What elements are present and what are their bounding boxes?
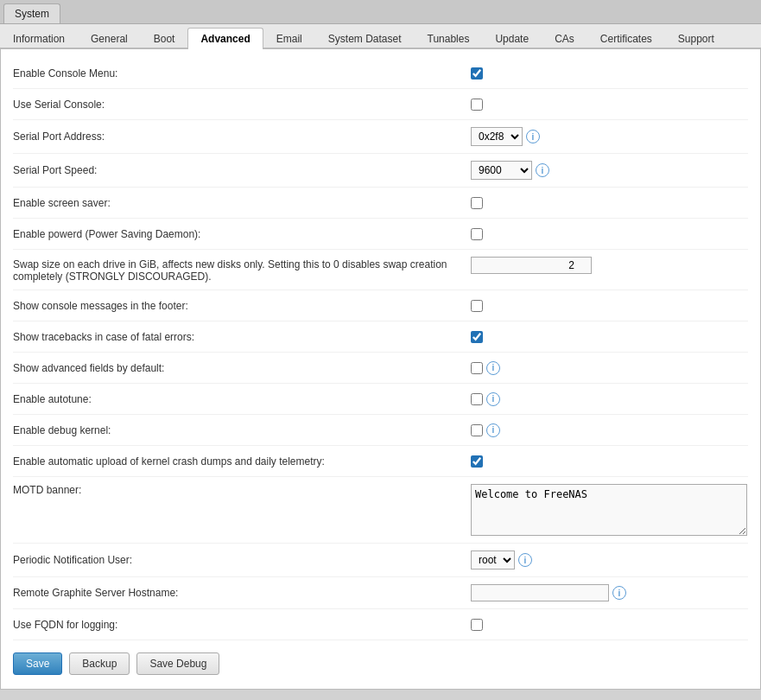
serial-port-address-info-icon[interactable]: i	[526, 130, 540, 143]
form-row-use-fqdn-logging: Use FQDN for logging:	[13, 609, 748, 640]
form-row-show-console-messages: Show console messages in the footer:	[13, 290, 748, 321]
nav-tab-tunables[interactable]: Tunables	[415, 28, 483, 49]
form-row-periodic-notification-user: Periodic Notification User:rooti	[13, 544, 748, 577]
label-show-advanced-fields: Show advanced fields by default:	[13, 362, 471, 374]
label-serial-port-address: Serial Port Address:	[13, 130, 471, 143]
nav-tab-advanced[interactable]: Advanced	[187, 28, 263, 49]
form-row-serial-port-address: Serial Port Address:0x2f80x3f8i	[13, 120, 748, 154]
label-show-console-messages: Show console messages in the footer:	[13, 300, 471, 312]
label-enable-auto-upload: Enable automatic upload of kernel crash …	[13, 455, 471, 468]
motd-banner-textarea[interactable]	[471, 484, 747, 536]
form-row-show-tracebacks: Show tracebacks in case of fatal errors:	[13, 321, 748, 353]
system-window-tab[interactable]: System	[3, 3, 60, 23]
label-use-serial-console: Use Serial Console:	[13, 99, 471, 111]
label-swap-size: Swap size on each drive in GiB, affects …	[13, 257, 471, 283]
form-row-enable-autotune: Enable autotune:i	[13, 384, 748, 415]
serial-port-speed-select[interactable]: 9600192003840057600115200	[471, 161, 532, 180]
label-show-tracebacks: Show tracebacks in case of fatal errors:	[13, 331, 471, 343]
nav-tab-certificates[interactable]: Certificates	[587, 28, 665, 49]
nav-tab-system-dataset[interactable]: System Dataset	[315, 28, 415, 49]
window-tab-bar: System	[0, 0, 761, 24]
use-fqdn-logging-checkbox[interactable]	[471, 619, 483, 631]
remote-graphite-server-input[interactable]	[471, 584, 609, 601]
label-remote-graphite-server: Remote Graphite Server Hostname:	[13, 587, 471, 599]
form-row-motd-banner: MOTD banner:	[13, 477, 748, 544]
show-advanced-fields-info-icon[interactable]: i	[486, 361, 500, 375]
periodic-notification-user-select[interactable]: root	[471, 550, 515, 570]
nav-tab-update[interactable]: Update	[482, 28, 542, 49]
form-row-enable-debug-kernel: Enable debug kernel:i	[13, 415, 748, 446]
enable-powerd-checkbox[interactable]	[471, 228, 483, 240]
save-debug-button[interactable]: Save Debug	[136, 652, 219, 675]
enable-debug-kernel-info-icon[interactable]: i	[486, 423, 500, 437]
label-enable-powerd: Enable powerd (Power Saving Daemon):	[13, 228, 471, 240]
footer-buttons: Save Backup Save Debug	[13, 640, 748, 680]
form-row-swap-size: Swap size on each drive in GiB, affects …	[13, 250, 748, 290]
form-row-enable-auto-upload: Enable automatic upload of kernel crash …	[13, 446, 748, 477]
form-row-remote-graphite-server: Remote Graphite Server Hostname:i	[13, 577, 748, 609]
form-row-enable-powerd: Enable powerd (Power Saving Daemon):	[13, 219, 748, 250]
label-enable-screen-saver: Enable screen saver:	[13, 197, 471, 209]
use-serial-console-checkbox[interactable]	[471, 99, 483, 111]
nav-tab-information[interactable]: Information	[0, 28, 78, 49]
label-serial-port-speed: Serial Port Speed:	[13, 164, 471, 176]
show-advanced-fields-checkbox[interactable]	[471, 362, 483, 374]
serial-port-speed-info-icon[interactable]: i	[536, 163, 549, 177]
nav-tab-general[interactable]: General	[78, 28, 141, 49]
serial-port-address-select[interactable]: 0x2f80x3f8	[471, 127, 523, 146]
enable-console-menu-checkbox[interactable]	[471, 67, 483, 80]
enable-autotune-info-icon[interactable]: i	[486, 392, 500, 406]
form-row-serial-port-speed: Serial Port Speed:9600192003840057600115…	[13, 154, 748, 188]
nav-tab-bar: InformationGeneralBootAdvancedEmailSyste…	[0, 24, 761, 49]
label-periodic-notification-user: Periodic Notification User:	[13, 554, 471, 566]
show-tracebacks-checkbox[interactable]	[471, 331, 483, 343]
label-enable-console-menu: Enable Console Menu:	[13, 67, 471, 80]
swap-size-input[interactable]	[471, 257, 592, 274]
remote-graphite-server-info-icon[interactable]: i	[612, 586, 626, 600]
form-row-enable-console-menu: Enable Console Menu:	[13, 58, 748, 89]
save-button[interactable]: Save	[13, 652, 62, 675]
nav-tab-cas[interactable]: CAs	[542, 28, 587, 49]
label-motd-banner: MOTD banner:	[13, 484, 471, 496]
label-enable-debug-kernel: Enable debug kernel:	[13, 424, 471, 436]
periodic-notification-user-info-icon[interactable]: i	[518, 553, 532, 567]
nav-tab-support[interactable]: Support	[665, 28, 727, 49]
label-use-fqdn-logging: Use FQDN for logging:	[13, 619, 471, 631]
form-row-show-advanced-fields: Show advanced fields by default:i	[13, 353, 748, 384]
main-content: Enable Console Menu:Use Serial Console:S…	[0, 49, 761, 690]
nav-tab-boot[interactable]: Boot	[141, 28, 188, 49]
enable-screen-saver-checkbox[interactable]	[471, 197, 483, 209]
nav-tab-email[interactable]: Email	[263, 28, 315, 49]
enable-debug-kernel-checkbox[interactable]	[471, 424, 483, 436]
form-row-use-serial-console: Use Serial Console:	[13, 89, 748, 120]
label-enable-autotune: Enable autotune:	[13, 393, 471, 405]
backup-button[interactable]: Backup	[69, 652, 130, 675]
form-row-enable-screen-saver: Enable screen saver:	[13, 188, 748, 219]
enable-autotune-checkbox[interactable]	[471, 393, 483, 405]
show-console-messages-checkbox[interactable]	[471, 300, 483, 312]
enable-auto-upload-checkbox[interactable]	[471, 455, 483, 468]
